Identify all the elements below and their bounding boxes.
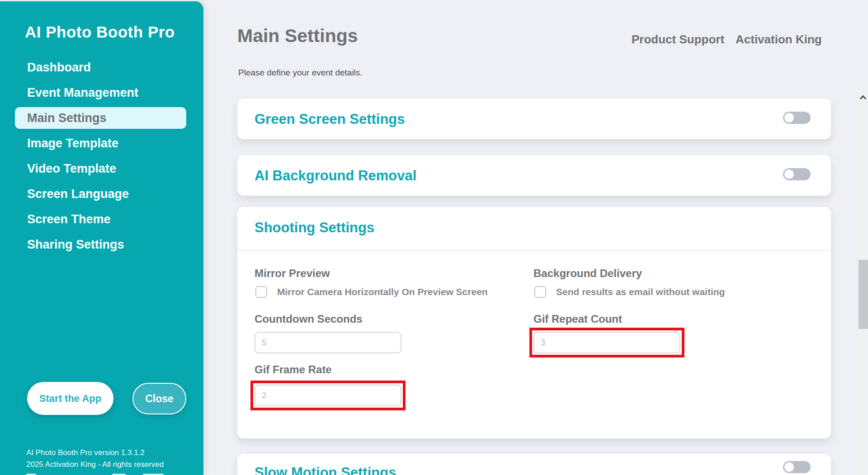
mirror-camera-checkbox[interactable]	[255, 286, 267, 298]
start-the-app-button[interactable]: Start the App	[27, 382, 113, 415]
page-subtitle: Please define your event details.	[238, 68, 363, 78]
ai-background-toggle[interactable]	[783, 168, 811, 180]
sidebar-item-video-template[interactable]: Video Template	[15, 158, 186, 179]
divider	[237, 250, 831, 251]
sidebar-menu: Dashboard Event Management Main Settings…	[0, 56, 203, 259]
chevron-up-icon	[860, 95, 866, 102]
sidebar-item-screen-theme[interactable]: Screen Theme	[15, 208, 186, 230]
shooting-settings-title: Shooting Settings	[255, 220, 374, 236]
app-title: AI Photo Booth Pro	[25, 23, 175, 41]
sidebar-item-screen-language[interactable]: Screen Language	[15, 183, 186, 205]
scroll-up-button[interactable]	[858, 92, 868, 103]
sidebar-actions: Start the App Close	[27, 382, 190, 416]
scrollbar-thumb[interactable]	[859, 260, 868, 329]
sidebar: AI Photo Booth Pro Dashboard Event Manag…	[0, 1, 203, 475]
mirror-preview-label: Mirror Preview	[255, 267, 330, 280]
green-screen-settings-card: Green Screen Settings	[237, 99, 831, 139]
ai-background-removal-title: AI Background Removal	[255, 168, 416, 184]
send-results-checkbox-row[interactable]: Send results as email without waiting	[534, 286, 725, 298]
gif-repeat-count-input[interactable]	[533, 332, 680, 353]
sidebar-item-sharing-settings[interactable]: Sharing Settings	[15, 234, 186, 255]
product-support-link[interactable]: Product Support	[632, 33, 724, 47]
shooting-settings-card: Shooting Settings Mirror Preview Mirror …	[237, 207, 831, 438]
gif-frame-rate-highlight	[250, 381, 406, 410]
send-results-checkbox-label: Send results as email without waiting	[556, 287, 725, 297]
gif-frame-rate-label: Gif Frame Rate	[255, 363, 332, 376]
background-delivery-label: Background Delivery	[533, 267, 642, 280]
toggle-knob	[784, 169, 794, 179]
close-button[interactable]: Close	[132, 383, 186, 414]
toggle-knob	[784, 462, 794, 472]
countdown-seconds-input[interactable]	[255, 332, 401, 353]
gif-frame-rate-input[interactable]	[255, 385, 401, 406]
send-results-checkbox[interactable]	[534, 286, 546, 298]
green-screen-toggle[interactable]	[783, 112, 811, 124]
toggle-knob	[784, 113, 794, 122]
sidebar-footer: AI Photo Booth Pro version 1.3.1.2 2025 …	[26, 447, 164, 470]
sidebar-item-event-management[interactable]: Event Management	[15, 82, 186, 103]
countdown-seconds-label: Countdown Seconds	[255, 313, 363, 325]
gif-repeat-count-label: Gif Repeat Count	[533, 313, 622, 325]
green-screen-settings-title: Green Screen Settings	[255, 111, 405, 127]
slow-motion-toggle[interactable]	[783, 461, 811, 473]
ai-background-removal-card: AI Background Removal	[237, 155, 831, 196]
mirror-camera-checkbox-label: Mirror Camera Horizontally On Preview Sc…	[277, 287, 488, 297]
mirror-camera-checkbox-row[interactable]: Mirror Camera Horizontally On Preview Sc…	[255, 286, 488, 298]
version-text: AI Photo Booth Pro version 1.3.1.2	[26, 447, 164, 459]
page-title: Main Settings	[237, 25, 358, 47]
sidebar-item-dashboard[interactable]: Dashboard	[15, 56, 186, 78]
slow-motion-settings-title: Slow Motion Settings	[255, 465, 396, 475]
activation-king-link[interactable]: Activation King	[736, 33, 822, 47]
sidebar-item-main-settings[interactable]: Main Settings	[15, 107, 186, 129]
copyright-text: 2025 Activation King - All rights reserv…	[26, 459, 164, 470]
sidebar-item-image-template[interactable]: Image Template	[15, 132, 186, 154]
slow-motion-settings-card: Slow Motion Settings	[237, 454, 831, 475]
app-window: AI Photo Booth Pro Dashboard Event Manag…	[0, 0, 868, 475]
gif-repeat-count-highlight	[529, 328, 684, 357]
